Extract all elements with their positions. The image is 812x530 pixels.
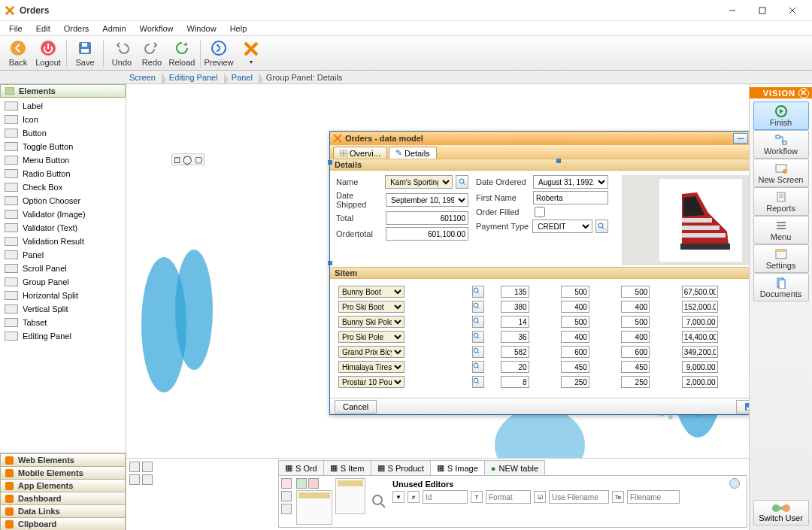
edit-tool-icon[interactable] <box>281 491 292 501</box>
element-group-panel[interactable]: Group Panel <box>0 275 126 289</box>
switch-user-button[interactable]: Switch User <box>753 500 809 525</box>
menu-button[interactable]: Menu <box>753 216 809 244</box>
table-thumbnail[interactable] <box>296 490 332 525</box>
item-qty1-input[interactable] <box>501 361 529 373</box>
format-field[interactable] <box>486 490 531 504</box>
item-amount-input[interactable] <box>682 376 718 388</box>
accordion-dashboard[interactable]: Dashboard <box>0 492 126 505</box>
item-qty1-input[interactable] <box>501 316 529 328</box>
tab-s-ord[interactable]: ▦S Ord <box>278 460 324 475</box>
maximize-button[interactable] <box>747 1 777 20</box>
magnifier-icon[interactable] <box>371 494 386 509</box>
filter-icon[interactable]: ▼ <box>392 491 404 503</box>
elements-header[interactable]: Elements <box>0 84 126 98</box>
item-amount-input[interactable] <box>682 301 718 313</box>
crumb-editing-panel[interactable]: Editing Panel <box>166 73 224 82</box>
item-qty1-input[interactable] <box>501 376 529 388</box>
item-qty3-input[interactable] <box>621 316 650 328</box>
reports-button[interactable]: Reports <box>753 187 809 216</box>
item-name-select[interactable]: Bunny Boot <box>338 286 404 298</box>
name-select[interactable]: Kam's Sporting Good <box>385 175 453 189</box>
tab-s-product[interactable]: ▦S Product <box>371 460 431 475</box>
edit-tool-icon[interactable] <box>281 478 292 489</box>
mini-toolbar[interactable]: ◻◯▢ <box>171 153 205 165</box>
item-amount-input[interactable] <box>682 361 718 373</box>
element-editing-panel[interactable]: Editing Panel <box>0 329 126 343</box>
new-screen-button[interactable]: New Screen <box>753 159 809 187</box>
tool-icon[interactable] <box>129 474 140 485</box>
element-scroll-panel[interactable]: Scroll Panel <box>0 262 126 275</box>
menu-window[interactable]: Window <box>181 23 223 35</box>
modal-titlebar[interactable]: Orders - data model — ❐ ✕ <box>330 132 749 145</box>
element-validator-text-[interactable]: Validator (Text) <box>0 221 126 235</box>
settings-button[interactable]: Settings <box>753 244 809 273</box>
element-validation-result[interactable]: Validation Result <box>0 235 126 248</box>
item-name-select[interactable]: Grand Prix Bicycle <box>338 346 404 358</box>
element-tabset[interactable]: Tabset <box>0 316 126 329</box>
element-menu-button[interactable]: Menu Button <box>0 153 126 167</box>
visionx-button[interactable]: ▾ <box>234 38 268 69</box>
item-qty1-input[interactable] <box>501 331 529 343</box>
element-icon[interactable]: Icon <box>0 113 126 126</box>
element-label[interactable]: Label <box>0 99 126 113</box>
item-amount-input[interactable] <box>682 346 718 358</box>
tab-new-table[interactable]: ●NEW table <box>484 460 545 475</box>
element-panel[interactable]: Panel <box>0 248 126 262</box>
tool-icon[interactable] <box>129 462 140 472</box>
item-qty3-input[interactable] <box>621 331 650 343</box>
reload-button[interactable]: Reload <box>167 38 197 69</box>
element-validator-image-[interactable]: Validator (Image) <box>0 207 126 221</box>
item-name-select[interactable]: Prostar 10 Pound We <box>338 376 404 388</box>
menu-file[interactable]: File <box>3 23 29 35</box>
first-name-input[interactable] <box>533 191 608 204</box>
accordion-data-links[interactable]: Data Links <box>0 504 126 518</box>
item-qty2-input[interactable] <box>561 286 589 298</box>
accordion-app-elements[interactable]: App Elements <box>0 479 126 492</box>
menu-admin[interactable]: Admin <box>96 23 132 35</box>
element-radio-button[interactable]: Radio Button <box>0 167 126 180</box>
accordion-clipboard[interactable]: Clipboard <box>0 517 126 530</box>
menu-workflow[interactable]: Workflow <box>134 23 180 35</box>
vision-close-icon[interactable]: ✕ <box>798 88 809 98</box>
save-button[interactable]: Save <box>70 38 100 69</box>
edit-tool-icon[interactable] <box>281 504 292 514</box>
item-lookup-button[interactable] <box>472 316 484 328</box>
item-lookup-button[interactable] <box>472 376 484 388</box>
tab-overview[interactable]: Overvi... <box>333 147 387 159</box>
cancel-button[interactable]: Cancel <box>335 400 377 413</box>
date-shipped-select[interactable]: September 10, 1992, 12:00 <box>386 193 468 207</box>
payment-type-select[interactable]: CREDIT <box>532 220 592 233</box>
item-name-select[interactable]: Himalaya Tires <box>338 361 404 373</box>
item-lookup-button[interactable] <box>472 346 484 358</box>
logout-button[interactable]: Logout <box>33 38 63 69</box>
back-button[interactable]: Back <box>3 38 33 69</box>
use-filename-field[interactable] <box>549 490 609 504</box>
element-horizontal-split[interactable]: Horizontal Split <box>0 289 126 302</box>
item-amount-input[interactable] <box>682 316 718 328</box>
tab-details[interactable]: ✎Details <box>389 147 437 159</box>
item-qty2-input[interactable] <box>561 331 589 343</box>
undo-button[interactable]: Undo <box>107 38 137 69</box>
save-button[interactable]: Save <box>736 400 749 413</box>
table-thumbnail[interactable] <box>335 478 365 514</box>
workflow-button[interactable]: Workflow <box>753 130 809 159</box>
menu-orders[interactable]: Orders <box>58 23 95 35</box>
finish-button[interactable]: Finish <box>753 101 809 130</box>
item-amount-input[interactable] <box>682 286 718 298</box>
tab-s-item[interactable]: ▦S Item <box>323 460 371 475</box>
preview-button[interactable]: Preview <box>204 38 234 69</box>
tool-icon[interactable] <box>142 462 153 472</box>
item-name-select[interactable]: Bunny Ski Pole <box>338 316 404 328</box>
design-canvas[interactable]: ◻◯▢ Orders - data model — ❐ ✕ Overvi... … <box>126 84 749 530</box>
item-name-select[interactable]: Pro Ski Boot <box>338 301 404 313</box>
id-field[interactable] <box>423 490 468 504</box>
crumb-panel[interactable]: Panel <box>229 73 259 82</box>
item-qty2-input[interactable] <box>561 361 589 373</box>
crumb-screen[interactable]: Screen <box>126 73 162 82</box>
payment-lookup-button[interactable] <box>595 220 608 233</box>
menu-edit[interactable]: Edit <box>30 23 56 35</box>
item-qty3-input[interactable] <box>621 361 650 373</box>
item-qty2-input[interactable] <box>561 316 589 328</box>
item-amount-input[interactable] <box>682 331 718 343</box>
item-name-select[interactable]: Pro Ski Pole <box>338 331 404 343</box>
